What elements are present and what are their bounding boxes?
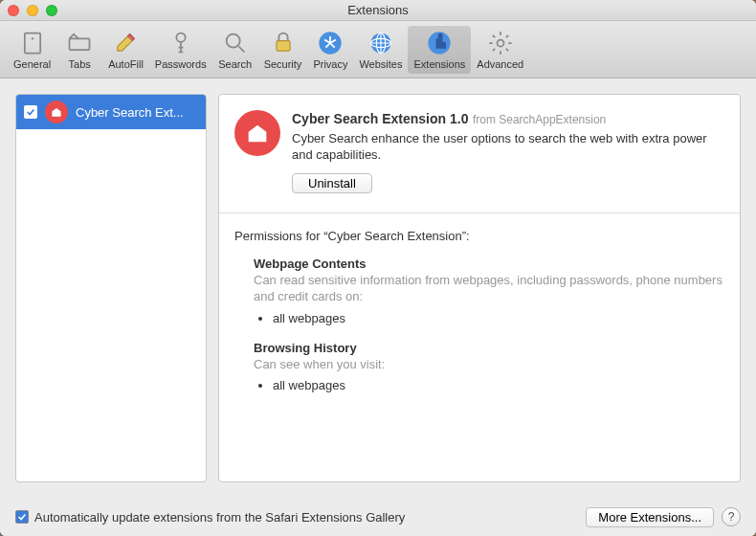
extension-name: Cyber Search Extension 1.0 <box>292 111 468 126</box>
permission-description: Can see when you visit: <box>254 357 724 373</box>
toolbar-general[interactable]: General <box>8 26 56 74</box>
toolbar: General Tabs AutoFill Passwords Search S… <box>0 21 756 78</box>
extensions-sidebar: Cyber Search Ext... <box>15 94 207 482</box>
toolbar-label: Search <box>218 58 252 70</box>
more-extensions-button[interactable]: More Extensions... <box>586 507 714 527</box>
extension-enabled-checkbox[interactable] <box>24 105 37 119</box>
svg-rect-2 <box>70 38 90 50</box>
passwords-icon <box>167 30 194 56</box>
toolbar-passwords[interactable]: Passwords <box>149 26 212 74</box>
sidebar-item-label: Cyber Search Ext... <box>76 105 198 120</box>
minimize-button[interactable] <box>27 5 38 16</box>
permission-list: all webpages <box>273 311 724 325</box>
auto-update-label: Automatically update extensions from the… <box>34 510 405 525</box>
permissions-title: Permissions for “Cyber Search Extension”… <box>234 229 724 243</box>
svg-point-11 <box>497 39 503 46</box>
svg-point-4 <box>226 34 239 47</box>
svg-rect-0 <box>24 33 39 53</box>
permission-description: Can read sensitive information from webp… <box>254 273 724 305</box>
general-icon <box>19 30 46 56</box>
close-button[interactable] <box>8 5 19 16</box>
tabs-icon <box>66 30 93 56</box>
extension-icon-large <box>234 110 280 156</box>
auto-update-checkbox[interactable] <box>15 510 29 524</box>
extension-from: from SearchAppExtension <box>473 113 606 126</box>
security-icon <box>270 30 297 56</box>
autofill-icon <box>112 30 139 56</box>
preferences-window: Extensions General Tabs AutoFill Passwor… <box>0 0 756 536</box>
toolbar-label: General <box>13 58 51 70</box>
toolbar-label: AutoFill <box>108 58 144 70</box>
permission-heading: Browsing History <box>254 341 724 355</box>
auto-update-row: Automatically update extensions from the… <box>15 510 578 525</box>
titlebar: Extensions <box>0 0 756 21</box>
extension-details: Cyber Search Extension 1.0 from SearchAp… <box>218 94 741 482</box>
permission-heading: Webpage Contents <box>254 257 724 271</box>
search-icon <box>222 30 249 56</box>
content-area: Cyber Search Ext... Cyber Search Extensi… <box>0 78 756 498</box>
extension-icon <box>45 100 68 123</box>
uninstall-button[interactable]: Uninstall <box>292 173 372 193</box>
toolbar-label: Tabs <box>69 58 91 70</box>
extension-header: Cyber Search Extension 1.0 from SearchAp… <box>234 110 724 193</box>
toolbar-search[interactable]: Search <box>212 26 258 74</box>
advanced-icon <box>487 30 514 56</box>
extension-title-row: Cyber Search Extension 1.0 from SearchAp… <box>292 110 724 127</box>
svg-rect-5 <box>277 40 290 50</box>
permission-list: all webpages <box>273 378 724 392</box>
footer: Automatically update extensions from the… <box>0 498 756 536</box>
extension-info: Cyber Search Extension 1.0 from SearchAp… <box>292 110 724 193</box>
toolbar-label: Privacy <box>313 58 347 70</box>
permission-browsing-history: Browsing History Can see when you visit:… <box>254 341 724 393</box>
svg-point-3 <box>176 33 185 41</box>
traffic-lights <box>8 5 57 16</box>
toolbar-privacy[interactable]: Privacy <box>307 26 353 74</box>
sidebar-item-cyber-search[interactable]: Cyber Search Ext... <box>16 95 206 129</box>
toolbar-label: Security <box>264 58 302 70</box>
svg-point-1 <box>31 37 33 39</box>
toolbar-autofill[interactable]: AutoFill <box>102 26 149 74</box>
websites-icon <box>367 30 394 56</box>
zoom-button[interactable] <box>46 5 57 16</box>
privacy-icon <box>317 30 344 56</box>
toolbar-websites[interactable]: Websites <box>353 26 408 74</box>
divider <box>219 212 740 213</box>
permission-item: all webpages <box>273 378 724 392</box>
toolbar-advanced[interactable]: Advanced <box>471 26 529 74</box>
permission-webpage-contents: Webpage Contents Can read sensitive info… <box>254 257 724 325</box>
toolbar-label: Extensions <box>413 58 465 70</box>
extension-description: Cyber Search enhance the user options to… <box>292 131 724 164</box>
toolbar-tabs[interactable]: Tabs <box>56 26 102 74</box>
window-title: Extensions <box>347 3 409 17</box>
toolbar-security[interactable]: Security <box>258 26 308 74</box>
toolbar-label: Websites <box>359 58 402 70</box>
toolbar-label: Passwords <box>155 58 207 70</box>
help-button[interactable]: ? <box>722 507 741 526</box>
permission-item: all webpages <box>273 311 724 325</box>
extensions-icon <box>426 30 453 56</box>
toolbar-extensions[interactable]: Extensions <box>408 26 471 74</box>
toolbar-label: Advanced <box>477 58 523 70</box>
